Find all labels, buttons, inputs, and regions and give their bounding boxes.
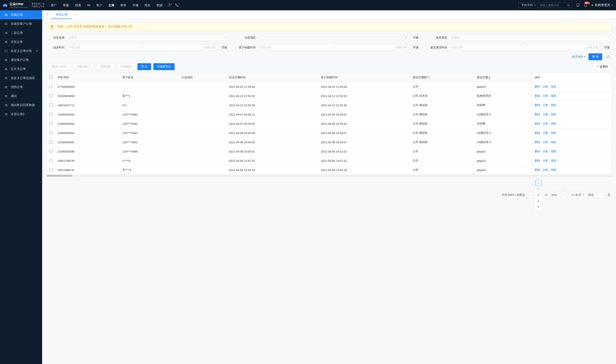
op-delete[interactable]: 删除 xyxy=(535,113,540,116)
bell-icon[interactable]: 99+ xyxy=(584,3,588,8)
sidebar-item-5[interactable]: 成交客户公海 xyxy=(0,55,42,65)
assign-manager-button[interactable]: 分配客户经理 xyxy=(46,63,71,70)
export-button[interactable]: 导 出 xyxy=(137,63,151,70)
nav-item-7[interactable]: 学服 xyxy=(129,0,141,10)
refresh-button[interactable] xyxy=(605,53,612,60)
page-prev[interactable]: ‹ xyxy=(527,192,533,198)
row-check[interactable] xyxy=(50,131,52,134)
page-5[interactable]: 5 xyxy=(535,204,541,210)
row-check[interactable] xyxy=(50,94,52,97)
add-user-icon[interactable] xyxy=(168,3,172,8)
page-4[interactable]: 4 xyxy=(535,198,541,204)
nav-item-6[interactable]: 财务 xyxy=(117,0,129,10)
horizontal-scrollbar[interactable] xyxy=(47,174,612,177)
op-assign[interactable]: 分配 xyxy=(543,168,548,171)
page-size-select[interactable]: 10 条/页 xyxy=(569,192,586,198)
row-check[interactable] xyxy=(50,168,52,171)
op-claim[interactable]: 领取 xyxy=(551,122,556,125)
op-delete[interactable]: 删除 xyxy=(535,122,540,125)
sidebar-item-2[interactable]: 二咨公海 xyxy=(0,28,42,38)
search-input[interactable] xyxy=(540,4,565,7)
filter-region-select[interactable] xyxy=(257,36,409,39)
query-button[interactable]: 查 询 xyxy=(589,53,602,60)
op-claim[interactable]: 领取 xyxy=(551,131,556,134)
page-2[interactable]: 2 xyxy=(535,186,541,192)
nav-item-3[interactable]: IM xyxy=(84,0,94,10)
page-jump-input[interactable] xyxy=(596,192,605,198)
op-assign[interactable]: 分配 xyxy=(543,85,548,88)
op-delete[interactable]: 删除 xyxy=(535,150,540,153)
batch-delete-button[interactable]: 批量删除 xyxy=(117,63,135,70)
sidebar-item-11[interactable]: 全部公海2 xyxy=(0,110,42,119)
row-check[interactable] xyxy=(50,85,52,88)
tab-all-public[interactable]: 全部公海 xyxy=(51,10,72,19)
filter-call-time-range[interactable]: 开始日期~结束日期 xyxy=(449,44,601,51)
export-plain-button[interactable]: 不加密导出 xyxy=(153,63,175,70)
op-delete[interactable]: 删除 xyxy=(535,141,540,144)
op-delete[interactable]: 删除 xyxy=(535,168,540,171)
nav-item-0[interactable]: 推广 xyxy=(48,0,60,10)
nav-item-9[interactable]: 数据 xyxy=(154,0,166,10)
filter-create-time-range[interactable]: 开始日期~结束日期 xyxy=(257,44,409,51)
op-claim[interactable]: 领取 xyxy=(551,104,556,107)
row-check[interactable] xyxy=(50,150,52,153)
row-check[interactable] xyxy=(50,141,52,143)
filter-abandon-time-range[interactable]: 开始日期~结束日期 xyxy=(66,44,218,51)
op-delete[interactable]: 删除 xyxy=(535,85,540,88)
op-claim[interactable]: 领取 xyxy=(551,159,556,162)
check-all[interactable] xyxy=(50,76,52,79)
op-delete[interactable]: 删除 xyxy=(535,94,540,97)
expand-conditions-link[interactable]: 展开条件 xyxy=(572,55,586,59)
tablet-icon[interactable] xyxy=(576,3,580,8)
op-assign[interactable]: 分配 xyxy=(543,113,548,116)
assign-dept-button[interactable]: 分配到部门 xyxy=(73,63,94,70)
op-claim[interactable]: 领取 xyxy=(551,94,556,97)
user-menu[interactable]: 机构管理员 xyxy=(591,3,613,7)
filter-abandon-type-select[interactable]: 请选择 xyxy=(449,34,612,41)
tab-add[interactable]: + xyxy=(72,13,80,17)
filter-call-time-null[interactable]: 空值 xyxy=(602,44,612,51)
op-delete[interactable]: 删除 xyxy=(535,104,540,107)
op-assign[interactable]: 分配 xyxy=(543,159,548,162)
sidebar-item-0[interactable]: 全部公海 xyxy=(0,10,42,19)
row-check[interactable] xyxy=(50,122,52,125)
op-assign[interactable]: 分配 xyxy=(543,94,548,97)
page-1[interactable]: 1 xyxy=(535,180,541,186)
nav-item-8[interactable]: 报名 xyxy=(141,0,154,10)
sidebar-item-10[interactable]: 测试昨日回库数据 xyxy=(0,101,42,110)
tab-list-toggle-icon[interactable] xyxy=(44,13,51,16)
op-assign[interactable]: 分配 xyxy=(543,141,548,144)
page-3[interactable]: 3 xyxy=(535,192,541,198)
page-next[interactable]: › xyxy=(561,192,567,198)
sidebar-item-6[interactable]: 五月天公海 xyxy=(0,65,42,74)
op-claim[interactable]: 领取 xyxy=(551,150,556,153)
op-assign[interactable]: 分配 xyxy=(543,150,548,153)
op-claim[interactable]: 领取 xyxy=(551,85,556,88)
op-assign[interactable]: 分配 xyxy=(543,131,548,134)
sidebar-item-7[interactable]: 自定义公海过滤器 xyxy=(0,74,42,83)
scrollbar-thumb[interactable] xyxy=(47,175,73,177)
row-check[interactable] xyxy=(50,104,52,106)
row-check[interactable] xyxy=(50,113,52,116)
op-claim[interactable]: 领取 xyxy=(551,141,556,144)
set-columns-button[interactable]: 设置列 xyxy=(592,63,612,70)
batch-claim-button[interactable]: 批量领取 xyxy=(96,63,115,70)
filter-region-null[interactable]: 空值 xyxy=(411,34,421,41)
sidebar-item-1[interactable]: 非成交客户公海 xyxy=(0,19,42,28)
op-delete[interactable]: 删除 xyxy=(535,131,540,134)
phone-icon[interactable] xyxy=(175,3,179,8)
search-type-select[interactable]: 手机号码 xyxy=(519,2,538,8)
nav-item-1[interactable]: 客服 xyxy=(60,0,72,10)
op-assign[interactable]: 分配 xyxy=(543,122,548,125)
op-assign[interactable]: 分配 xyxy=(543,104,548,107)
nav-item-5[interactable]: 公海 xyxy=(105,0,117,10)
sidebar-item-3[interactable]: 注安公海 xyxy=(0,38,42,46)
sidebar-item-8[interactable]: 消防公海 xyxy=(0,83,42,92)
sidebar-item-9[interactable]: 测试 xyxy=(0,92,42,101)
filter-abandon-time-null[interactable]: 空值 xyxy=(220,44,229,51)
page-last[interactable]: 6882 xyxy=(550,192,559,198)
search-icon[interactable] xyxy=(567,4,570,7)
sidebar-item-4[interactable]: 自定义公海分组 xyxy=(0,46,42,55)
nav-item-2[interactable]: 线索 xyxy=(72,0,84,10)
row-check[interactable] xyxy=(50,159,52,162)
